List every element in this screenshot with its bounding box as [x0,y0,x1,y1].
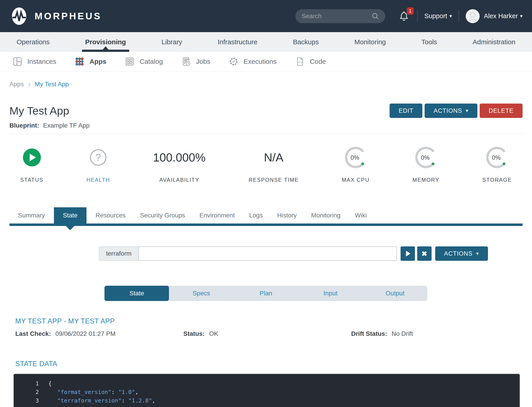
tab-history[interactable]: History [272,207,302,224]
state-section: MY TEST APP - MY TEST APP Last Check: 09… [0,317,532,368]
response-time-value: N/A [264,151,283,164]
subnav-executions-label: Executions [243,58,277,65]
support-label: Support [424,12,447,20]
tab-logs[interactable]: Logs [244,207,268,224]
status-field-value: OK [209,330,218,337]
x-icon: ✖ [422,250,427,258]
global-search[interactable] [295,9,385,23]
tab-security-groups[interactable]: Security Groups [134,207,190,224]
question-mark-icon: ? [95,152,101,163]
subnav-item-jobs[interactable]: Jobs [182,57,210,66]
response-time-label: RESPONSE TIME [249,177,299,183]
availability-value: 100.000% [153,151,206,164]
stat-storage: 0% STORAGE [482,144,512,183]
jobs-icon [182,57,191,66]
delete-button[interactable]: DELETE [480,103,523,118]
code-line: 2 "format_version": "1.0", [14,388,520,396]
max-cpu-value: 0% [351,154,359,161]
subnav-item-executions[interactable]: Executions [229,57,277,66]
main-nav: Operations Provisioning Library Infrastr… [0,32,532,52]
code-line: 1 { [14,379,520,388]
nav-item-provisioning-label: Provisioning [85,38,126,46]
subnav-catalog-label: Catalog [140,58,163,65]
subnav-item-code[interactable]: </> Code [295,57,326,66]
subnav-item-apps[interactable]: Apps [75,57,106,66]
support-menu[interactable]: Support ▾ [424,12,452,20]
subtab-output[interactable]: Output [363,286,427,301]
notification-count-badge: 1 [407,8,414,15]
subnav-jobs-label: Jobs [196,58,210,65]
notifications-button[interactable]: 1 [399,11,409,22]
nav-item-infrastructure[interactable]: Infrastructure [215,32,260,52]
subtab-specs[interactable]: Specs [169,286,234,301]
run-command-button[interactable] [400,246,415,261]
state-subtabs: State Specs Plan Input Output [104,286,427,301]
state-meta-row: Last Check: 09/06/2022 01:27 PM Status: … [15,330,517,337]
search-icon[interactable] [371,12,379,20]
nav-item-provisioning[interactable]: Provisioning [83,32,128,52]
last-check-value: 09/06/2022 01:27 PM [55,330,116,337]
provisioning-sub-nav: Instances Apps Catalog Jobs [0,52,532,72]
clear-command-button[interactable]: ✖ [417,246,431,261]
subnav-item-instances[interactable]: Instances [13,57,56,66]
breadcrumb-chevron-icon: › [28,81,31,88]
code-token: "1.2.8" [128,397,152,404]
chevron-down-icon: ▾ [476,251,479,257]
tab-summary[interactable]: Summary [13,207,50,224]
terraform-command-input[interactable] [138,246,397,261]
avatar[interactable] [466,9,480,23]
nav-item-tools[interactable]: Tools [419,32,439,52]
tab-monitoring[interactable]: Monitoring [306,207,346,224]
actions-dropdown-button[interactable]: ACTIONS ▾ [425,103,477,118]
subnav-item-catalog[interactable]: Catalog [125,57,163,66]
stat-health: ? HEALTH [86,144,110,183]
availability-label: AVAILABILITY [159,177,199,183]
nav-item-library[interactable]: Library [159,32,184,52]
line-number: 3 [14,396,39,405]
nav-item-administration[interactable]: Administration [470,32,518,52]
subtab-state[interactable]: State [104,286,169,301]
app-header: MORPHEUS 1 Support ▾ Alex Harker ▾ [0,0,532,32]
state-data-code-viewer[interactable]: 1 { 2 "format_version": "1.0", 3 "terraf… [13,374,520,407]
code-token: "terraform_version" [57,397,122,404]
terraform-addon-label: terraform [99,246,138,261]
page-title-row: My Test App EDIT ACTIONS ▾ DELETE [0,103,532,118]
terraform-actions-dropdown[interactable]: ACTIONS ▾ [435,246,488,261]
header-divider [417,10,418,22]
health-label[interactable]: HEALTH [86,177,110,183]
stat-memory: 0% MEMORY [413,144,439,183]
subnav-code-label: Code [310,58,326,65]
page-action-buttons: EDIT ACTIONS ▾ DELETE [390,103,523,118]
tab-wiki[interactable]: Wiki [350,207,372,224]
drift-status-label: Drift Status: [351,330,387,337]
tab-state[interactable]: State [54,207,86,224]
stat-status: STATUS [20,144,43,183]
terraform-actions-label: ACTIONS [444,250,473,257]
search-input[interactable] [301,12,371,20]
tab-resources[interactable]: Resources [90,207,131,224]
active-nav-pointer-icon [103,46,109,50]
subtab-plan[interactable]: Plan [234,286,298,301]
nav-item-backups[interactable]: Backups [291,32,321,52]
app-stats-row: STATUS ? HEALTH 100.000% AVAILABILITY N/… [0,134,532,183]
page-title: My Test App [9,104,69,117]
subtab-input[interactable]: Input [298,286,363,301]
state-section-heading: MY TEST APP - MY TEST APP [15,317,517,325]
code-line: 3 "terraform_version": "1.2.8", [14,396,520,405]
code-token: , [152,397,155,404]
edit-button[interactable]: EDIT [390,103,422,118]
subnav-instances-label: Instances [27,58,56,65]
code-file-icon: </> [295,57,305,66]
status-running-icon [23,149,41,166]
nav-item-operations[interactable]: Operations [14,32,52,52]
tab-environment[interactable]: Environment [194,207,240,224]
code-token: : [122,397,128,404]
catalog-icon [125,57,134,66]
user-menu[interactable]: Alex Harker ▾ [484,12,523,20]
code-token: "1.0" [118,389,135,395]
nav-item-monitoring[interactable]: Monitoring [352,32,388,52]
code-token: { [48,380,52,387]
code-token: , [135,389,138,395]
breadcrumb-current[interactable]: My Test App [35,81,69,88]
breadcrumb-apps-link[interactable]: Apps [9,81,24,88]
